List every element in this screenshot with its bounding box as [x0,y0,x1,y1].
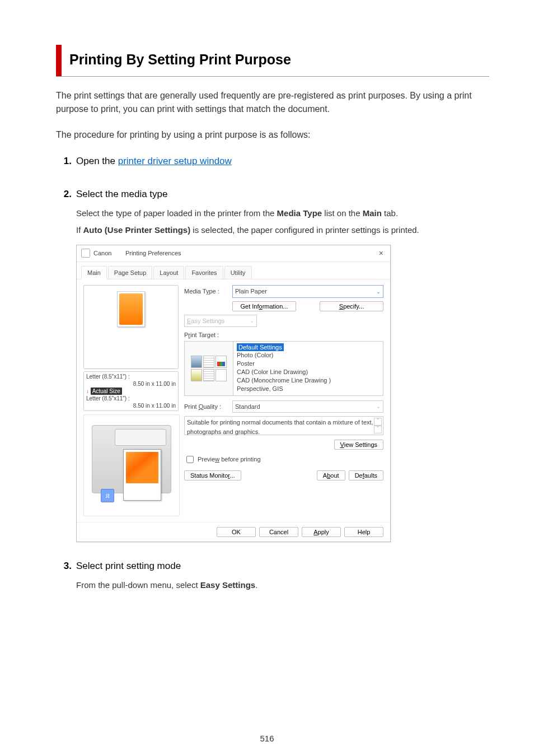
apply-button[interactable]: Apply [302,527,341,537]
status-monitor-button[interactable]: Status Monitor... [184,470,241,480]
specify-button[interactable]: Specify... [320,301,383,311]
step-number: 2. [56,187,76,202]
dialog-title-prefix: Canon [93,250,111,256]
text: From the pull-down menu, select [76,580,200,590]
text: Select the type of paper loaded in the p… [76,208,277,218]
text: tab. [382,208,398,218]
print-quality-dropdown[interactable]: Standard ⌄ [232,400,383,413]
tab-favorites[interactable]: Favorites [185,266,223,280]
text: list on the [322,208,363,218]
text: is selected, the paper configured in pri… [190,225,419,235]
text-bold: Easy Settings [200,580,255,590]
printer-icon [81,249,90,258]
get-information-button[interactable]: Get Information... [232,301,296,311]
step2-title: Select the media type [76,187,167,202]
tab-utility[interactable]: Utility [224,266,252,280]
chevron-down-icon: ⌄ [250,316,254,325]
print-quality-label: Print Quality : [184,402,229,412]
text-bold: Main [363,208,382,218]
print-target-list[interactable]: Default Settings Photo (Color) Poster CA… [233,342,383,395]
chevron-down-icon: ⌄ [376,402,381,410]
print-target-thumbnail [185,342,233,395]
view-settings-button[interactable]: View Settings [334,440,383,450]
help-button[interactable]: Help [344,527,383,537]
text: If [76,225,83,235]
preview-before-printing-label: Preview before printing [198,455,261,464]
defaults-button[interactable]: Defaults [349,470,383,480]
page-heading: Printing By Setting Print Purpose [69,45,291,76]
tab-page-setup[interactable]: Page Setup [108,266,153,280]
step3-title: Select print setting mode [76,559,181,573]
spinner-up-icon[interactable]: ˄ [374,418,382,426]
driver-setup-link[interactable]: printer driver setup window [118,156,232,166]
arrow-down-icon: ↓ [86,388,89,394]
chevron-down-icon: ⌄ [376,287,381,296]
tab-main[interactable]: Main [81,266,107,280]
print-target-label: Print Target : [184,330,383,340]
r-mark-icon: R [101,489,114,502]
text-bold: Auto (Use Printer Settings) [83,225,191,235]
media-type-dropdown[interactable]: Plain Paper ⌄ [232,285,383,298]
step1-prefix: Open the [76,156,118,166]
text-bold: Media Type [277,208,322,218]
procedure-intro: The procedure for printing by using a pr… [56,128,489,142]
tab-layout[interactable]: Layout [153,266,184,280]
intro-paragraph: The print settings that are generally us… [56,89,489,116]
preview-before-printing-checkbox[interactable] [186,456,194,463]
spinner-down-icon[interactable]: ˅ [374,426,382,433]
media-type-label: Media Type : [184,287,229,296]
page-number: 516 [0,732,534,745]
close-icon[interactable]: × [377,248,386,259]
dialog-title-suffix: Printing Preferences [125,250,181,256]
step-number: 3. [56,559,76,573]
size-info-box: Letter (8.5"x11") : 8.50 in x 11.00 in ↓… [83,371,179,411]
description-box: Suitable for printing normal documents t… [184,416,383,435]
printer-preview: R [83,414,180,516]
ok-button[interactable]: OK [217,527,256,537]
step-number: 1. [56,154,76,169]
about-button[interactable]: About [317,470,345,480]
cancel-button[interactable]: Cancel [259,527,298,537]
text: . [255,580,257,590]
printing-preferences-dialog: Canon Printing Preferences × Main Page S… [76,245,391,543]
easy-settings-dropdown[interactable]: Easy Settings ⌄ [184,315,257,328]
page-preview [83,285,179,369]
